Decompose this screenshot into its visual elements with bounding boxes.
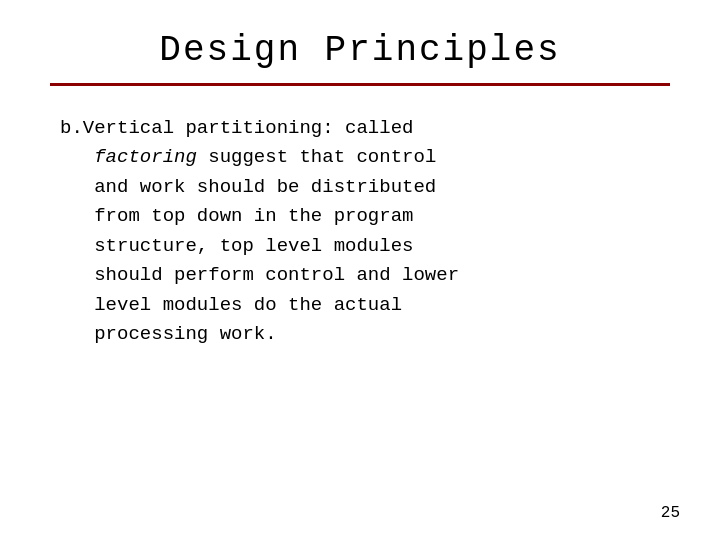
text-line4: from top down in the program	[94, 205, 413, 227]
text-line5: structure, top level modules	[94, 235, 413, 257]
text-line6: should perform control and lower	[94, 264, 459, 286]
slide: Design Principles b.Vertical partitionin…	[0, 0, 720, 540]
text-line7: level modules do the actual	[94, 294, 402, 316]
prefix: b.	[60, 117, 83, 139]
title-area: Design Principles	[50, 30, 670, 104]
slide-title: Design Principles	[159, 30, 560, 71]
title-divider	[50, 83, 670, 86]
text-line8: processing work.	[94, 323, 276, 345]
text-line3: and work should be distributed	[94, 176, 436, 198]
italic-word: factoring	[94, 146, 197, 168]
indent4	[60, 235, 94, 257]
text-line1: Vertical partitioning: called	[83, 117, 414, 139]
indent3	[60, 205, 94, 227]
slide-content: b.Vertical partitioning: called factorin…	[50, 114, 670, 510]
indent	[60, 146, 94, 168]
indent7	[60, 323, 94, 345]
indent5	[60, 264, 94, 286]
indent2	[60, 176, 94, 198]
body-text: b.Vertical partitioning: called factorin…	[60, 114, 660, 350]
text-line2-rest: suggest that control	[197, 146, 436, 168]
page-number: 25	[661, 504, 680, 522]
indent6	[60, 294, 94, 316]
